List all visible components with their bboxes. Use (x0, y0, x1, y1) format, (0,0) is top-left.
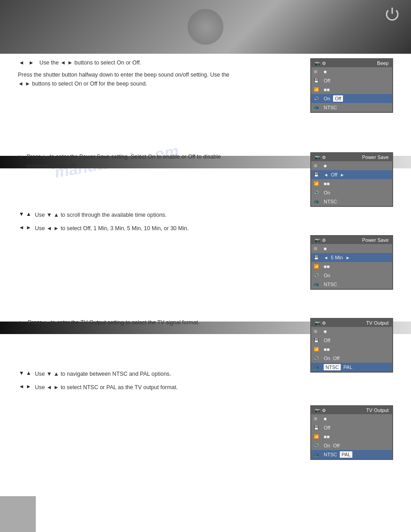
ps-instruction3: Use ◄ ► to select Off, 1 Min, 3 Min, 5 M… (35, 224, 188, 233)
ps2-r2-value: ◄ 5 Min ► (324, 255, 390, 260)
beep-menu-screenshot: 📷 ⚙ Beep ⊞ ■ 💾 Off 📶 ■■ (310, 58, 393, 113)
tv2-r3-icon: 📶 (314, 434, 324, 439)
right-arrow-tv3[interactable]: ► (25, 383, 32, 390)
up-arrow-tv[interactable]: ▲ (25, 369, 32, 377)
ps2-title-icons: 📷 ⚙ (315, 238, 326, 243)
tv-menu2-titlebar: 📷 ⚙ TV Output (311, 406, 392, 414)
row1-value: ■ (324, 69, 390, 74)
beep-off-highlight: Off (333, 95, 343, 102)
tv2-r2-icon: 💾 (314, 425, 324, 430)
tv1-r1-value: ■ (324, 329, 390, 334)
ps1-r4-icon: 🔊 (314, 190, 324, 195)
left-arrow-tv[interactable]: ◄ (18, 383, 25, 390)
ps-menu2-title: 📷 ⚙ Power Save (311, 236, 392, 244)
right-arrow-ps3[interactable]: ► (25, 224, 32, 231)
row5-icon: 📺 (314, 105, 324, 110)
tv2-r1-icon: ⊞ (314, 416, 324, 421)
row3-value: ■■ (324, 87, 390, 92)
ps1-r4-value: On (324, 190, 390, 195)
ps2-r1-icon: ⊞ (314, 246, 324, 251)
tv1-r4-icon: 🔊 (314, 356, 324, 360)
ps2-r4-value: On (324, 273, 390, 278)
section-beep: ◄ ► Use the ◄ ► buttons to select On or … (0, 58, 411, 116)
beep-title-text: Beep (377, 60, 389, 66)
ps1-title-icons: 📷 ⚙ (315, 155, 326, 160)
tv1-row-3: 📶 ■■ (311, 345, 392, 354)
ps2-row-2: 💾 ◄ 5 Min ► (311, 253, 392, 262)
ps2-row-5: 📺 NTSC (311, 280, 392, 289)
ps1-r1-value: ■ (324, 163, 390, 168)
tv1-row-4: 🔊 On Off (311, 354, 392, 363)
ps-instruction2: Use ▼ ▲ to scroll through the available … (35, 210, 167, 219)
ps1-row-1: ⊞ ■ (311, 161, 392, 170)
tv2-r2-value: Off (324, 425, 390, 430)
tv1-r3-icon: 📶 (314, 347, 324, 352)
ps1-r5-icon: 📺 (314, 199, 324, 204)
tv1-r5-value: NTSC PAL (324, 365, 390, 370)
bottom-gray-box (0, 496, 36, 532)
camera-icon-ps1: 📷 (315, 155, 320, 160)
tv-instruction1: Press ► to enter the TV Output setting t… (28, 318, 200, 327)
beep-row-4: 🔊 On Off (311, 94, 392, 103)
power-icon (386, 8, 398, 21)
ps2-left-arrow: ◄ (324, 255, 328, 260)
beep-row-3: 📶 ■■ (311, 85, 392, 94)
left-arrow-ps[interactable]: ◄ (18, 224, 25, 231)
section-powersave: ► Press ► to enter the Power Save settin… (0, 152, 411, 296)
ps2-r1-value: ■ (324, 246, 390, 251)
ps2-row-1: ⊞ ■ (311, 244, 392, 253)
powersave-menu1-screenshot: 📷 ⚙ Power Save ⊞ ■ 💾 ◄ Off ► (310, 152, 393, 207)
ps-menu2-title-text: Power Save (362, 237, 389, 243)
ps1-r3-icon: 📶 (314, 181, 324, 186)
page-layout: manualshiy...om ◄ ► Use the ◄ ► buttons … (0, 0, 411, 532)
tv-menu1-titlebar: 📷 ⚙ TV Output (311, 319, 392, 327)
ps-instruction1: Press ► to enter the Power Save setting.… (26, 152, 233, 170)
down-arrow-tv[interactable]: ▼ (18, 369, 25, 377)
ps2-r5-value: NTSC (324, 282, 390, 287)
tv1-r2-value: Off (324, 338, 390, 343)
ps2-r5-icon: 📺 (314, 282, 324, 287)
down-arrow-ps[interactable]: ▼ (18, 210, 25, 218)
settings-icon-ps1: ⚙ (322, 155, 326, 160)
beep-row-5: 📺 NTSC (311, 103, 392, 112)
tv1-r2-icon: 💾 (314, 338, 324, 343)
ps1-r2-value: ◄ Off ► (324, 172, 390, 177)
ps1-row-4: 🔊 On (311, 188, 392, 197)
tv1-row-2: 💾 Off (311, 336, 392, 345)
section-tvoutput: ► Press ► to enter the TV Output setting… (0, 318, 411, 479)
camera-icon-tv2: 📷 (315, 408, 320, 413)
ps1-r5-value: NTSC (324, 199, 390, 204)
up-arrow-ps[interactable]: ▲ (25, 210, 32, 218)
ps2-r3-icon: 📶 (314, 264, 324, 269)
ps1-r1-icon: ⊞ (314, 163, 324, 168)
ps2-r2-icon: 💾 (314, 255, 324, 260)
settings-icon-tv2: ⚙ (322, 408, 326, 413)
tv2-row-3: 📶 ■■ (311, 432, 392, 441)
row1-icon: ⊞ (314, 69, 324, 74)
beep-arrow-row: ◄ ► Use the ◄ ► buttons to select On or … (18, 58, 233, 68)
camera-icon-ps2: 📷 (315, 238, 320, 243)
beep-instruction-text: Use the ◄ ► buttons to select On or Off. (39, 58, 141, 68)
powersave-menu2-screenshot: 📷 ⚙ Power Save ⊞ ■ 💾 ◄ 5 Min ► (310, 235, 393, 290)
ps1-left-arrow: ◄ (324, 172, 328, 177)
ps1-r2-icon: 💾 (314, 172, 324, 177)
settings-icon-tv1: ⚙ (322, 321, 326, 326)
left-arrow-beep[interactable]: ◄ (18, 60, 25, 67)
ps-menu1-title-text: Power Save (362, 154, 389, 160)
tv-instruction2: Use ▼ ▲ to navigate between NTSC and PAL… (35, 369, 171, 378)
tv1-r3-value: ■■ (324, 347, 390, 352)
beep-title-icons: 📷 ⚙ (315, 61, 326, 66)
tv2-r4-icon: 🔊 (314, 443, 324, 448)
tv2-r5-icon: 📺 (314, 452, 324, 457)
tv1-row-1: ⊞ ■ (311, 327, 392, 336)
row5-value: NTSC (324, 105, 390, 110)
tv2-row-4: 🔊 On Off (311, 441, 392, 450)
settings-icon-ps2: ⚙ (322, 238, 326, 243)
ps2-row-3: 📶 ■■ (311, 262, 392, 271)
right-arrow-beep[interactable]: ► (28, 60, 35, 67)
settings-icon-beep: ⚙ (322, 61, 326, 66)
right-arrow-ps1[interactable]: ► (18, 153, 24, 160)
right-arrow-tv1[interactable]: ► (18, 319, 25, 326)
tv1-r5-icon: 📺 (314, 365, 324, 369)
ps2-r3-value: ■■ (324, 264, 390, 269)
